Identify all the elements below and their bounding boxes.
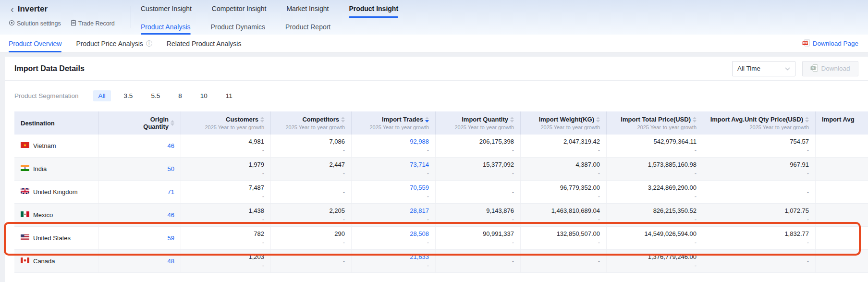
tab-product-report[interactable]: Product Report — [285, 19, 330, 35]
import-quantity-cell: - — [436, 181, 521, 203]
import-total-price-usd-cell: 542,979,364.11- — [607, 135, 703, 157]
time-range-select[interactable]: All Time — [732, 61, 795, 76]
cell-value: 4,387.00 — [575, 161, 600, 169]
column-header-competitors[interactable]: Competitors2025 Year-to-year growth — [271, 111, 352, 135]
column-header-import-quantity[interactable]: Import Quantity2025 Year-to-year growth — [436, 111, 521, 135]
import-trades-link[interactable]: 28,508 — [410, 230, 429, 238]
trade-record-link[interactable]: Trade Record — [71, 20, 115, 27]
flag-vietnam-icon — [21, 142, 29, 149]
tab-label: Product Report — [285, 23, 330, 31]
segmentation-option-8[interactable]: 8 — [173, 90, 187, 101]
tab-product-insight[interactable]: Product Insight — [349, 0, 398, 18]
origin-quantity-link[interactable]: 50 — [168, 165, 174, 173]
sort-icon — [805, 117, 809, 123]
empty-value: - — [343, 188, 345, 196]
tab-product-price-analysis[interactable]: Product Price Analysisi — [76, 35, 152, 52]
import-avg-cell — [816, 158, 868, 180]
import-trades-link[interactable]: 21,633 — [410, 253, 429, 261]
cell-value: 826,215,350.52 — [653, 207, 697, 215]
column-title: Import Avg — [822, 116, 855, 123]
cell-value: 754.57 — [790, 138, 809, 146]
table-row-india: India501,979-2,447-73,714-15,377,092-4,3… — [14, 158, 868, 181]
growth-value: - — [695, 147, 697, 154]
back-chevron-icon[interactable]: ‹ — [11, 5, 14, 13]
column-header-destination: Destination — [14, 111, 99, 135]
import-avg-unit-qty-price-usd-cell: - — [703, 181, 816, 203]
tab-label: Product Analysis — [141, 23, 191, 31]
segmentation-option-all[interactable]: All — [93, 90, 111, 101]
destination-cell: United States — [14, 227, 99, 249]
info-icon[interactable]: i — [146, 40, 152, 47]
growth-value: - — [343, 170, 345, 177]
table-header-row: DestinationOrigin QuantityCustomers2025 … — [14, 111, 868, 135]
tab-customer-insight[interactable]: Customer Insight — [141, 0, 192, 18]
column-title: Customers — [226, 116, 258, 123]
column-header-import-trades[interactable]: Import Trades2025 Year-to-year growth — [352, 111, 436, 135]
cell-value: 2,205 — [329, 207, 345, 215]
column-header-customers[interactable]: Customers2025 Year-to-year growth — [181, 111, 271, 135]
sort-icon — [425, 117, 429, 123]
tab-label: Product Overview — [9, 40, 61, 48]
segmentation-option-10[interactable]: 10 — [195, 90, 213, 101]
origin-quantity-link[interactable]: 59 — [168, 234, 174, 242]
growth-value: - — [807, 170, 809, 177]
import-trades-link[interactable]: 92,988 — [410, 138, 429, 146]
column-header-import-avg-unit-qty-price-usd[interactable]: Import Avg.Unit Qty Price(USD)2025 Year-… — [703, 111, 816, 135]
tab-label: Product Insight — [349, 5, 398, 12]
flag-mexico-icon — [21, 211, 29, 219]
destination-name: Mexico — [33, 211, 53, 219]
cell-value: 3,224,869,290.00 — [648, 184, 697, 192]
growth-value: - — [343, 239, 345, 246]
import-trades-link[interactable]: 28,817 — [410, 207, 429, 215]
tab-product-overview[interactable]: Product Overview — [9, 35, 61, 52]
flag-united-states-icon — [21, 234, 29, 242]
growth-value: - — [807, 147, 809, 154]
origin-quantity-link[interactable]: 46 — [168, 142, 174, 150]
download-page-button[interactable]: PDF Download Page — [802, 39, 859, 48]
import-avg-unit-qty-price-usd-cell: 967.91- — [703, 158, 816, 180]
empty-value: - — [343, 257, 345, 265]
column-header-import-total-price-usd[interactable]: Import Total Price(USD)2025 Year-to-year… — [607, 111, 703, 135]
segmentation-option-5-5[interactable]: 5.5 — [146, 90, 165, 101]
import-avg-unit-qty-price-usd-cell: 1,072.75- — [703, 204, 816, 226]
top-navigation-bar: ‹ Inverter Solution settingsTrade Record… — [0, 0, 868, 35]
segmentation-option-3-5[interactable]: 3.5 — [119, 90, 138, 101]
cell-value: 7,487 — [248, 184, 264, 192]
competitors-cell: 2,205- — [271, 204, 352, 226]
segmentation-option-11[interactable]: 11 — [220, 90, 238, 101]
tab-market-insight[interactable]: Market Insight — [286, 0, 329, 18]
import-trades-link[interactable]: 73,714 — [410, 161, 429, 169]
customers-cell: 1,438- — [181, 204, 271, 226]
solution-settings-link[interactable]: Solution settings — [9, 20, 61, 27]
tab-product-analysis[interactable]: Product Analysis — [141, 19, 191, 35]
tab-related-product-analysis[interactable]: Related Product Analysis — [167, 35, 242, 52]
table-row-canada: Canada481,203--21,633---1,376,779,246.00… — [14, 250, 868, 273]
origin-quantity-cell: 46 — [99, 135, 181, 157]
cell-value: 4,981 — [248, 138, 264, 146]
cell-value: 2,047,319.42 — [563, 138, 600, 146]
import-weight-kg-cell: - — [521, 250, 607, 272]
sort-icon — [341, 117, 345, 123]
clipboard-icon — [71, 20, 76, 27]
import-total-price-usd-cell: 1,573,885,160.98- — [607, 158, 703, 180]
column-header-origin-quantity[interactable]: Origin Quantity — [99, 111, 181, 135]
growth-value: - — [262, 216, 264, 223]
customers-cell: 1,979- — [181, 158, 271, 180]
cell-value: 290 — [334, 230, 345, 238]
flag-united-kingdom-icon — [21, 188, 29, 196]
cell-value: 1,979 — [248, 161, 264, 169]
quick-link-label: Trade Record — [78, 20, 115, 27]
import-trades-link[interactable]: 70,559 — [410, 184, 429, 192]
column-header-import-weight-kg[interactable]: Import Weight(KG)2025 Year-to-year growt… — [521, 111, 607, 135]
import-avg-unit-qty-price-usd-cell: - — [703, 250, 816, 272]
origin-quantity-link[interactable]: 71 — [168, 188, 174, 196]
download-button[interactable]: X Download — [802, 61, 858, 76]
flag-canada-icon — [21, 257, 29, 265]
column-subtitle: 2025 Year-to-year growth — [637, 124, 697, 130]
destination-name: India — [33, 165, 47, 172]
import-total-price-usd-cell: 826,215,350.52- — [607, 204, 703, 226]
tab-product-dynamics[interactable]: Product Dynamics — [211, 19, 266, 35]
origin-quantity-link[interactable]: 48 — [168, 257, 174, 265]
origin-quantity-link[interactable]: 46 — [168, 211, 174, 219]
tab-competitor-insight[interactable]: Competitor Insight — [212, 0, 267, 18]
